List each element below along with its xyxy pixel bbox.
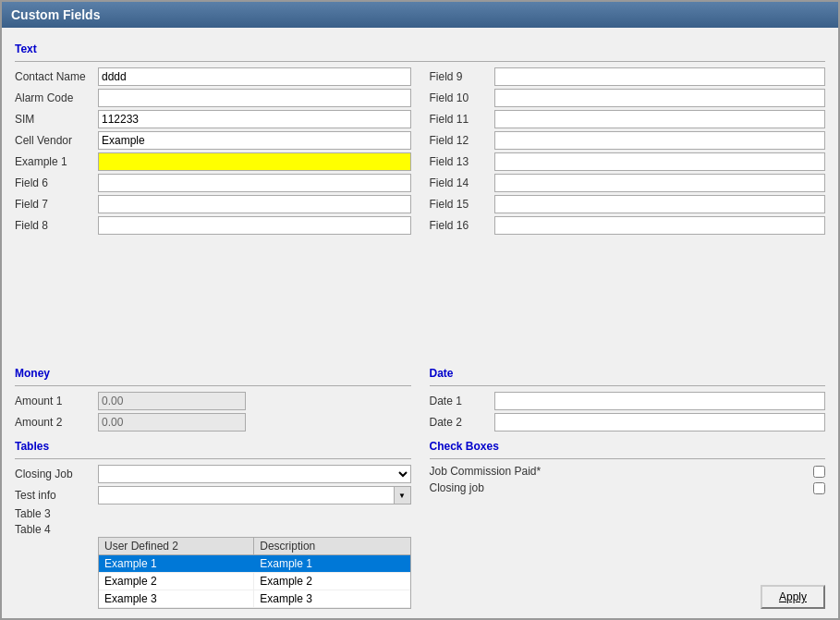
- text-fields-grid: Contact Name Alarm Code SIM Cell Vendor …: [15, 67, 825, 358]
- field13-input[interactable]: [494, 152, 826, 171]
- field15-input[interactable]: [494, 195, 826, 213]
- field14-label: Field 14: [430, 176, 494, 189]
- table-cell-col2: Example 2: [254, 573, 409, 590]
- col-header-1: User Defined 2: [99, 538, 254, 554]
- test-info-input[interactable]: [99, 487, 394, 504]
- field14-input[interactable]: [494, 174, 826, 192]
- field-row-field10: Field 10: [430, 89, 826, 107]
- cell-vendor-input[interactable]: [98, 131, 411, 150]
- text-section-label: Text: [15, 43, 825, 55]
- test-info-arrow[interactable]: ▼: [394, 487, 410, 504]
- checkboxes-section: Check Boxes Job Commission Paid* Closing…: [430, 434, 826, 609]
- table4-row: Table 4: [15, 523, 411, 536]
- amount2-input[interactable]: [98, 413, 246, 432]
- right-text-column: Field 9 Field 10 Field 11 Field 12 Field…: [430, 67, 826, 358]
- field10-input[interactable]: [494, 89, 826, 107]
- contact-name-input[interactable]: [98, 67, 411, 86]
- closing-job-cb-label: Closing job: [430, 481, 814, 494]
- table-cell-col1: Example 1: [99, 555, 254, 572]
- job-commission-row: Job Commission Paid*: [430, 465, 826, 478]
- text-divider: [15, 61, 825, 62]
- table-cell-col2: Example 1: [254, 555, 409, 572]
- date1-input[interactable]: [494, 392, 826, 410]
- table-dropdown-container: User Defined 2 Description Example 1 Exa…: [98, 537, 411, 609]
- field-row-alarm-code: Alarm Code: [15, 89, 411, 107]
- title-bar: Custom Fields: [2, 2, 838, 28]
- date2-label: Date 2: [430, 416, 494, 429]
- field7-label: Field 7: [15, 198, 98, 211]
- field-row-field9: Field 9: [430, 67, 826, 86]
- field-row-example1: Example 1: [15, 152, 411, 171]
- field13-label: Field 13: [430, 155, 494, 168]
- amount2-label: Amount 2: [15, 416, 98, 429]
- test-info-combo: ▼: [98, 486, 411, 505]
- field15-label: Field 15: [430, 198, 494, 211]
- field8-input[interactable]: [98, 216, 411, 235]
- date1-label: Date 1: [430, 395, 494, 407]
- money-section-label: Money: [15, 367, 411, 380]
- field-row-field6: Field 6: [15, 174, 411, 192]
- table-row[interactable]: Example 2 Example 2: [99, 573, 410, 590]
- table-row[interactable]: Example 3 Example 3: [99, 590, 410, 608]
- field-row-contact-name: Contact Name: [15, 67, 411, 86]
- closing-job-select[interactable]: [98, 465, 411, 483]
- field12-label: Field 12: [430, 134, 494, 147]
- table-cell-col2: Example 3: [254, 590, 409, 607]
- tables-divider: [15, 458, 411, 459]
- field-row-field13: Field 13: [430, 152, 826, 171]
- date-divider: [430, 385, 826, 386]
- field-row-sim: SIM: [15, 110, 411, 128]
- table-cell-col1: Example 2: [99, 573, 254, 590]
- job-commission-checkbox[interactable]: [813, 466, 825, 478]
- table-row[interactable]: Example 1 Example 1: [99, 555, 410, 573]
- field11-input[interactable]: [494, 110, 826, 128]
- table3-row: Table 3: [15, 507, 411, 520]
- date2-row: Date 2: [430, 413, 826, 432]
- bottom-section: Money Amount 1 Amount 2 Date Date 1: [15, 361, 825, 609]
- field-row-cell-vendor: Cell Vendor: [15, 131, 411, 150]
- window-title: Custom Fields: [11, 7, 100, 22]
- date2-input[interactable]: [494, 413, 826, 432]
- alarm-code-label: Alarm Code: [15, 91, 98, 104]
- field10-label: Field 10: [430, 91, 494, 104]
- closing-job-cb-row: Closing job: [430, 481, 826, 494]
- amount1-row: Amount 1: [15, 392, 411, 410]
- col-header-2: Description: [254, 538, 409, 554]
- money-section: Money Amount 1 Amount 2: [15, 361, 411, 434]
- table-cell-col1: Example 3: [99, 590, 254, 607]
- field11-label: Field 11: [430, 113, 494, 126]
- table-header: User Defined 2 Description: [99, 538, 410, 555]
- field-row-field15: Field 15: [430, 195, 826, 213]
- date1-row: Date 1: [430, 392, 826, 410]
- field16-input[interactable]: [494, 216, 826, 235]
- field-row-field16: Field 16: [430, 216, 826, 235]
- field9-input[interactable]: [494, 67, 826, 86]
- money-divider: [15, 385, 411, 386]
- table4-label: Table 4: [15, 523, 98, 536]
- field9-label: Field 9: [430, 70, 494, 83]
- checkboxes-section-label: Check Boxes: [430, 440, 826, 453]
- example1-label: Example 1: [15, 155, 98, 168]
- field6-label: Field 6: [15, 176, 98, 189]
- field6-input[interactable]: [98, 174, 411, 192]
- date-section-label: Date: [430, 367, 826, 380]
- field12-input[interactable]: [494, 131, 826, 150]
- tables-section-label: Tables: [15, 440, 411, 453]
- field-row-field8: Field 8: [15, 216, 411, 235]
- contact-name-label: Contact Name: [15, 70, 98, 83]
- custom-fields-window: Custom Fields Text Contact Name Alarm Co…: [0, 0, 840, 620]
- tables-section: Tables Closing Job Test info ▼ Tab: [15, 434, 411, 609]
- field-row-field14: Field 14: [430, 174, 826, 192]
- field7-input[interactable]: [98, 195, 411, 213]
- sim-input[interactable]: [98, 110, 411, 128]
- test-info-label: Test info: [15, 489, 98, 502]
- alarm-code-input[interactable]: [98, 89, 411, 107]
- apply-button[interactable]: Apply: [761, 585, 825, 609]
- sim-label: SIM: [15, 113, 98, 126]
- cell-vendor-label: Cell Vendor: [15, 134, 98, 147]
- example1-input[interactable]: [98, 152, 411, 171]
- field8-label: Field 8: [15, 219, 98, 232]
- closing-job-checkbox[interactable]: [813, 482, 825, 494]
- closing-job-row: Closing Job: [15, 465, 411, 483]
- amount1-input[interactable]: [98, 392, 246, 410]
